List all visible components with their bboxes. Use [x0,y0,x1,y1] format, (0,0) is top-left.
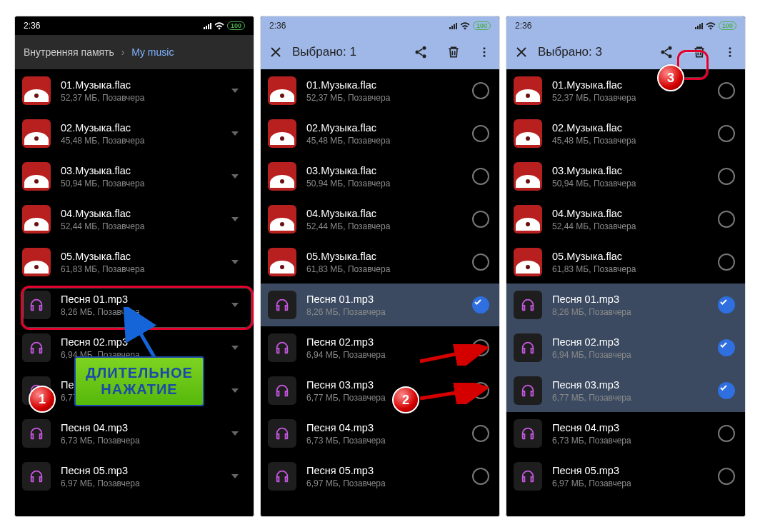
selection-checkbox[interactable] [718,82,735,99]
status-bar: 2:36 100 [261,16,499,35]
list-item[interactable]: 04.Музыка.flac52,44 МБ, Позавчера [506,198,745,241]
list-item[interactable]: Песня 01.mp38,26 МБ, Позавчера [506,283,745,326]
breadcrumb[interactable]: Внутренняя память › My music [24,46,174,58]
selection-checkbox[interactable] [472,296,489,313]
list-item[interactable]: Песня 03.mp36,77 МБ, Позавчера [506,369,745,412]
status-icons: 100 [449,21,491,30]
list-item[interactable]: 02.Музыка.flac45,48 МБ, Позавчера [506,112,745,155]
chevron-down-icon[interactable] [226,254,244,271]
selection-checkbox[interactable] [718,211,735,228]
selection-checkbox[interactable] [472,211,489,228]
selection-checkbox[interactable] [718,339,735,356]
file-meta: 03.Музыка.flac50,94 МБ, Позавчера [306,164,462,189]
list-item[interactable]: 03.Музыка.flac50,94 МБ, Позавчера [261,155,499,198]
file-list[interactable]: 01.Музыка.flac52,37 МБ, Позавчера02.Музы… [261,69,499,516]
list-item[interactable]: Песня 04.mp36,73 МБ, Позавчера [15,412,254,455]
share-icon[interactable] [414,45,428,59]
selection-checkbox[interactable] [472,425,489,442]
close-icon[interactable] [515,46,528,59]
chevron-down-icon[interactable] [226,339,244,356]
list-item[interactable]: 04.Музыка.flac52,44 МБ, Позавчера [261,198,499,241]
chevron-down-icon[interactable] [226,468,244,485]
list-item[interactable]: 04.Музыка.flac52,44 МБ, Позавчера [15,198,254,241]
list-item[interactable]: Песня 04.mp36,73 МБ, Позавчера [261,412,499,455]
file-list[interactable]: 01.Музыка.flac52,37 МБ, Позавчера02.Музы… [15,69,254,516]
file-meta: 05.Музыка.flac61,83 МБ, Позавчера [61,250,216,275]
selection-checkbox[interactable] [718,125,735,142]
chevron-down-icon[interactable] [226,125,244,142]
wifi-icon [460,22,470,30]
file-subtitle: 52,44 МБ, Позавчера [306,221,462,231]
file-name: Песня 03.mp3 [552,378,708,392]
selection-checkbox[interactable] [718,254,735,271]
clock: 2:36 [269,21,286,31]
list-item[interactable]: Песня 05.mp36,97 МБ, Позавчера [261,455,499,498]
list-item[interactable]: Песня 04.mp36,73 МБ, Позавчера [506,412,745,455]
selection-checkbox[interactable] [472,254,489,271]
selection-checkbox[interactable] [718,168,735,185]
selection-checkbox[interactable] [472,125,489,142]
file-subtitle: 52,37 МБ, Позавчера [306,93,462,103]
selection-checkbox[interactable] [718,296,735,313]
list-item[interactable]: Песня 01.mp38,26 МБ, Позавчера [261,283,499,326]
chevron-down-icon[interactable] [226,425,244,442]
wifi-icon [214,22,224,30]
file-name: 04.Музыка.flac [306,207,462,221]
headphones-icon [268,291,296,319]
album-art-icon [514,248,542,276]
file-name: Песня 04.mp3 [552,421,708,435]
tutorial-composite: 2:36 100 Внутренняя память › My music 01… [0,0,760,532]
file-subtitle: 8,26 МБ, Позавчера [306,307,462,317]
album-art-icon [268,205,296,234]
list-item[interactable]: 02.Музыка.flac45,48 МБ, Позавчера [261,112,499,155]
file-meta: 03.Музыка.flac50,94 МБ, Позавчера [552,164,708,189]
selection-checkbox[interactable] [472,82,489,99]
list-item[interactable]: Песня 05.mp36,97 МБ, Позавчера [15,455,254,498]
file-subtitle: 50,94 МБ, Позавчера [552,179,708,189]
selection-checkbox[interactable] [718,468,735,485]
file-meta: Песня 02.mp36,94 МБ, Позавчера [552,336,708,361]
chevron-down-icon[interactable] [226,168,244,185]
list-item[interactable]: 05.Музыка.flac61,83 МБ, Позавчера [506,241,745,283]
headphones-icon [514,333,542,362]
list-item[interactable]: 01.Музыка.flac52,37 МБ, Позавчера [506,69,745,112]
arrow-to-checkbox-2 [417,383,489,404]
selection-checkbox[interactable] [718,382,735,399]
arrow-to-checkbox-1 [417,344,489,366]
list-item[interactable]: 03.Музыка.flac50,94 МБ, Позавчера [506,155,745,198]
close-icon[interactable] [269,46,282,59]
selection-checkbox[interactable] [472,468,489,485]
chevron-down-icon[interactable] [226,211,244,228]
list-item[interactable]: 01.Музыка.flac52,37 МБ, Позавчера [15,69,254,112]
battery-icon: 100 [473,21,491,30]
svg-point-0 [423,46,426,50]
list-item[interactable]: 03.Музыка.flac50,94 МБ, Позавчера [15,155,254,198]
battery-icon: 100 [719,21,736,30]
share-icon[interactable] [659,45,674,59]
list-item[interactable]: 02.Музыка.flac45,48 МБ, Позавчера [15,112,254,155]
file-list[interactable]: 01.Музыка.flac52,37 МБ, Позавчера02.Музы… [506,69,745,516]
headphones-icon [514,291,542,319]
list-item[interactable]: Песня 05.mp36,97 МБ, Позавчера [506,455,745,498]
list-item[interactable]: Песня 02.mp36,94 МБ, Позавчера [506,326,745,369]
headphones-icon [268,376,296,405]
breadcrumb-current[interactable]: My music [131,46,174,58]
file-name: 01.Музыка.flac [306,79,462,92]
chevron-down-icon[interactable] [226,296,244,313]
chevron-down-icon[interactable] [226,82,244,99]
list-item[interactable]: 05.Музыка.flac61,83 МБ, Позавчера [261,241,499,283]
trash-icon[interactable] [692,45,706,59]
list-item[interactable]: 05.Музыка.flac61,83 МБ, Позавчера [15,241,254,283]
chevron-down-icon[interactable] [226,382,244,399]
file-subtitle: 6,97 МБ, Позавчера [306,478,462,488]
selection-checkbox[interactable] [472,168,489,185]
breadcrumb-root[interactable]: Внутренняя память [24,46,114,58]
file-subtitle: 45,48 МБ, Позавчера [552,136,708,146]
step-badge-2: 2 [392,386,419,413]
headphones-icon [22,419,51,448]
list-item[interactable]: 01.Музыка.flac52,37 МБ, Позавчера [261,69,499,112]
more-icon[interactable] [478,45,491,59]
trash-icon[interactable] [446,45,461,59]
more-icon[interactable] [724,45,736,59]
selection-checkbox[interactable] [718,425,735,442]
